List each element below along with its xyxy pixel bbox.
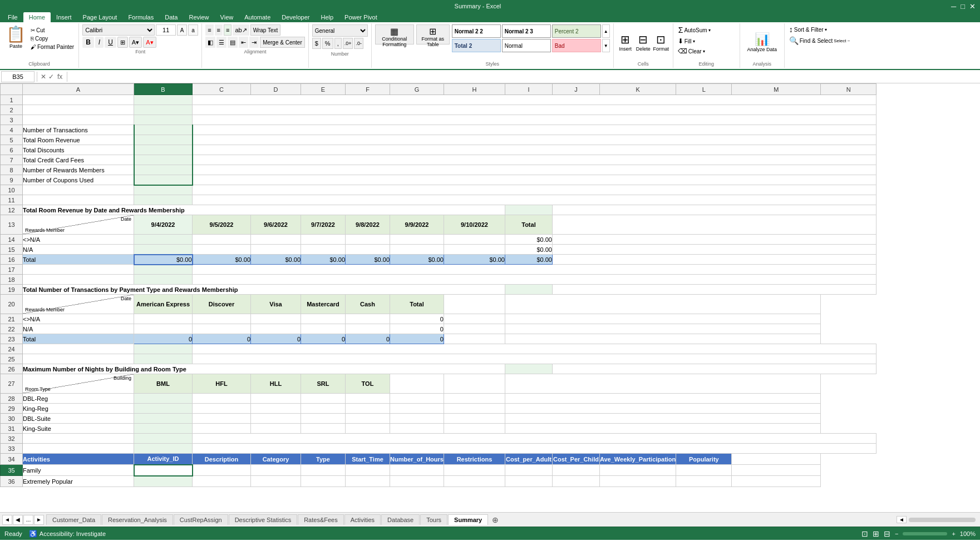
number-format-select[interactable]: General: [312, 24, 368, 37]
row-header[interactable]: 24: [1, 344, 23, 354]
cell-e16[interactable]: $0.00: [301, 255, 346, 265]
cell-a16[interactable]: Total: [23, 255, 134, 265]
font-size-decrease[interactable]: a: [188, 24, 198, 36]
cell-c1-n1[interactable]: [193, 95, 876, 105]
cell-b35[interactable]: [134, 465, 193, 476]
scroll-left-btn[interactable]: ◄: [897, 516, 907, 523]
cell-a29[interactable]: King-Reg: [23, 404, 134, 414]
row-header[interactable]: 20: [1, 295, 23, 314]
cell-a6[interactable]: Total Discounts: [23, 145, 134, 155]
cell-f16[interactable]: $0.00: [346, 255, 390, 265]
cell-c23[interactable]: 0: [193, 334, 251, 344]
cell-g23[interactable]: 0: [390, 334, 444, 344]
row-header[interactable]: 14: [1, 235, 23, 245]
col-header-b[interactable]: B: [134, 84, 193, 95]
cell-a4[interactable]: Number of Transactions: [23, 125, 134, 135]
cell-a34[interactable]: Activities: [23, 454, 134, 465]
cell-a19[interactable]: Total Number of Transactions by Payment …: [23, 285, 505, 295]
cell-a26[interactable]: Maximum Number of Nights by Building and…: [23, 364, 505, 374]
cell-b16[interactable]: $0.00: [134, 255, 193, 265]
cell-c27[interactable]: HFL: [193, 374, 251, 394]
style-normal23[interactable]: Normal 2 3: [502, 24, 551, 38]
cell-f27[interactable]: TOL: [346, 374, 390, 394]
tab-reservation-analysis[interactable]: Reservation_Analysis: [102, 514, 173, 525]
row-header[interactable]: 23: [1, 334, 23, 344]
italic-button[interactable]: I: [95, 37, 104, 48]
format-as-table-btn[interactable]: ⊞ Format as Table: [416, 24, 450, 44]
tab-formulas[interactable]: Formulas: [122, 12, 159, 22]
row-header[interactable]: 7: [1, 155, 23, 165]
cell-e13[interactable]: 9/7/2022: [301, 215, 346, 235]
cancel-formula-icon[interactable]: ✕: [41, 73, 46, 81]
row-header[interactable]: 27: [1, 374, 23, 394]
comma-btn[interactable]: ,: [334, 38, 342, 49]
row-header[interactable]: 3: [1, 115, 23, 125]
tab-automate[interactable]: Automate: [239, 12, 276, 22]
cell-b34[interactable]: Activity_ID: [134, 454, 193, 465]
tab-descriptive-statistics[interactable]: Descriptive Statistics: [229, 514, 297, 525]
merge-center-button[interactable]: Merge & Center: [260, 37, 305, 48]
col-header-g[interactable]: G: [390, 84, 444, 95]
scroll-bar-area[interactable]: [909, 518, 976, 522]
cell-k34[interactable]: Ave_Weekly_Participation: [599, 454, 676, 465]
tab-tours[interactable]: Tours: [420, 514, 447, 525]
cell-a14[interactable]: <>N/A: [23, 235, 134, 245]
tab-database[interactable]: Database: [381, 514, 420, 525]
row-header[interactable]: 25: [1, 354, 23, 364]
styles-scroll-up[interactable]: ▲: [602, 24, 610, 38]
cell-l34[interactable]: Popularity: [676, 454, 732, 465]
close-btn[interactable]: ✕: [969, 2, 976, 11]
cell-a28[interactable]: DBL-Reg: [23, 394, 134, 404]
sort-filter-btn[interactable]: ↕Sort & Filter▾: [788, 24, 851, 34]
bold-button[interactable]: B: [82, 37, 94, 48]
style-normal22[interactable]: Normal 2 2: [452, 24, 501, 38]
zoom-out-icon[interactable]: −: [895, 530, 898, 537]
row-header[interactable]: 4: [1, 125, 23, 135]
cell-a36[interactable]: Extremely Popular: [23, 476, 134, 487]
cell-b14[interactable]: [134, 235, 193, 245]
cell-i16[interactable]: $0.00: [505, 255, 552, 265]
cell-d34[interactable]: Category: [251, 454, 301, 465]
cell-i34[interactable]: Cost_per_Adult: [505, 454, 552, 465]
zoom-in-icon[interactable]: +: [952, 530, 955, 537]
increase-decimal[interactable]: .0+: [343, 38, 353, 49]
decrease-decimal[interactable]: .0-: [354, 38, 363, 49]
cell-name-box[interactable]: [1, 71, 35, 82]
cell-b1[interactable]: [134, 95, 193, 105]
paste-button[interactable]: 📋 Paste: [3, 24, 28, 51]
cell-b6[interactable]: [134, 145, 193, 155]
confirm-formula-icon[interactable]: ✓: [48, 73, 54, 81]
row-header[interactable]: 34: [1, 454, 23, 465]
col-header-m[interactable]: M: [732, 84, 821, 95]
col-header-f[interactable]: F: [346, 84, 390, 95]
col-header-k[interactable]: K: [599, 84, 676, 95]
align-right[interactable]: ▤: [228, 37, 238, 48]
underline-button[interactable]: U: [105, 37, 116, 48]
tab-view[interactable]: View: [215, 12, 239, 22]
font-color-button[interactable]: A▾: [143, 37, 156, 48]
cell-e20[interactable]: Mastercard: [301, 295, 346, 314]
tab-power-pivot[interactable]: Power Pivot: [339, 12, 383, 22]
row-header[interactable]: 33: [1, 444, 23, 454]
tab-customer-data[interactable]: Customer_Data: [46, 514, 101, 525]
row-header[interactable]: 31: [1, 424, 23, 434]
cell-b23[interactable]: 0: [134, 334, 193, 344]
tab-file[interactable]: File: [2, 12, 23, 22]
borders-button[interactable]: ⊞: [117, 37, 128, 48]
cell-c20[interactable]: Discover: [193, 295, 251, 314]
cell-d23[interactable]: 0: [251, 334, 301, 344]
cell-a8[interactable]: Number of Rewards Members: [23, 165, 134, 175]
insert-btn[interactable]: ⊞ Insert: [617, 31, 634, 53]
wrap-text-button[interactable]: Wrap Text: [250, 24, 281, 36]
cell-h16[interactable]: $0.00: [444, 255, 505, 265]
col-header-j[interactable]: J: [552, 84, 599, 95]
cell-a20[interactable]: Date Rewards Member: [23, 295, 134, 314]
cell-d20[interactable]: Visa: [251, 295, 301, 314]
row-header[interactable]: 32: [1, 434, 23, 444]
row-header[interactable]: 36: [1, 476, 23, 487]
formula-input[interactable]: [70, 73, 979, 81]
font-name-select[interactable]: Calibri: [82, 24, 155, 36]
cell-f34[interactable]: Start_Time: [346, 454, 390, 465]
row-header[interactable]: 22: [1, 324, 23, 334]
zoom-slider[interactable]: [903, 532, 947, 535]
